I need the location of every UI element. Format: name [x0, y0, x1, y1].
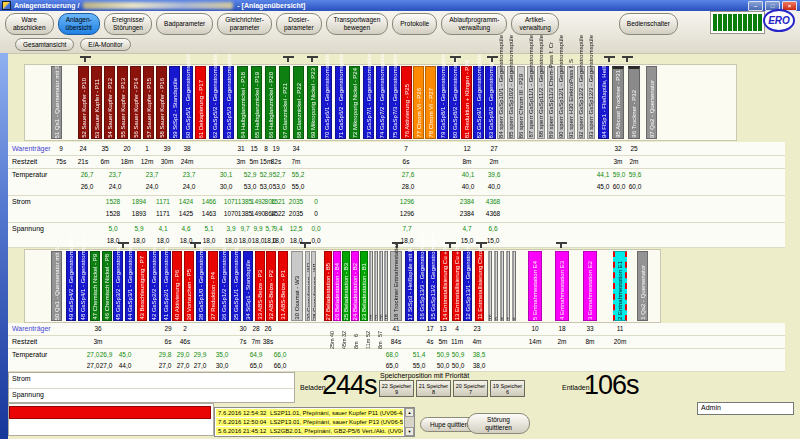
station-bar-75-gssp7-3-gegenstromspüle[interactable]: 75 GsSp7/3 - Gegenstromspüle: [389, 66, 400, 139]
station-bar-88-sperr-gssp11-2-gegenstromspüle[interactable]: 88 sperr GsSp11/2 - Gegenstromspüle: [537, 66, 545, 139]
log-scrollbar[interactable]: ▲ ▼: [404, 408, 414, 436]
scroll-down-icon[interactable]: ▼: [405, 427, 414, 436]
station-bar-14-entmetallisierung-cu-ni[interactable]: 14 Entmetallisierung Cu + Ni: [440, 251, 449, 321]
stoerung-quittieren-button[interactable]: Störung quittieren: [467, 413, 530, 434]
station-bar-77-chrom-vi-p26[interactable]: 77 Chrom VI - P26: [413, 66, 424, 139]
station-bar-44-gssp3-1-gegenstromspüle[interactable]: 44 GsSp3/1 - Gegenstromspüle: [125, 251, 135, 321]
station-bar-68-glanznickel-p22[interactable]: 68 Glanznickel - P22: [293, 66, 304, 139]
station-bar-22[interactable]: 22: [369, 251, 373, 321]
station-bar-38-gssp1-0-gegenstromspüle[interactable]: 38 GsSp1/0 - Gegenstromspüle: [196, 251, 206, 321]
station-bar-16-gssp13-3-gegenstromspüle[interactable]: 16 GsSp13/3 - Gegenstromspüle: [417, 251, 426, 321]
station-bar-41-gssp2-1-gegenstromspüle[interactable]: 41 GsSp2/1 - Gegenstromspüle: [161, 251, 171, 321]
station-bar-64-halbglanznickel-p18[interactable]: 64 Halbglanznickel - P18: [237, 66, 248, 139]
station-bar-54-sauer-kupfer-p12[interactable]: 54 Sauer Kupfer - P12: [104, 66, 115, 139]
station-bar-55-sauer-kupfer-p13[interactable]: 55 Sauer Kupfer - P13: [117, 66, 128, 139]
station-bar-61-dekapierung-p17[interactable]: 61 Dekapierung - P17: [195, 66, 206, 139]
station-bar-59-stsp2-standspüle[interactable]: 59 StSp2 - Standspüle: [169, 66, 180, 139]
station-bar-11-entmetallisierung-chrom[interactable]: 11 Entmetallisierung Chrom: [475, 251, 484, 321]
station-bar-37-reduktion-p4[interactable]: 37 Reduktion - P4: [208, 251, 218, 321]
toolbar-button-transportwagen-bewegen[interactable]: Transportwagen bewegen: [326, 13, 389, 35]
station-bar-89-sperr-gssp11-3-chem-pass-f-cr[interactable]: 89 sperr GsSp11/3 Chem-Pass f. Cr: [547, 66, 555, 139]
station-bar-86-sperr-chrom-iii-p29[interactable]: 86 sperr Chrom III - P29: [517, 66, 525, 139]
station-bar-85-sperr-gssp10-2-gegenstromspüle[interactable]: 85 sperr GsSp10/2 - Gegenstromspüle: [507, 66, 515, 139]
station-bar-42-gssp2-2-gegenstromspüle[interactable]: 42 GsSp2/2 - Gegenstromspüle: [149, 251, 159, 321]
station-bar-24-beladestation-b2[interactable]: 24 Beladestation - B2: [351, 251, 359, 321]
station-bar-56-sauer-kupfer-p14[interactable]: 56 Sauer Kupfer - P14: [130, 66, 141, 139]
station-bar-73-gssp7-1-gegenstromspüle[interactable]: 73 GsSp7/1 - Gegenstromspüle: [363, 66, 374, 139]
station-bar-80-gssp8-2-gegenstromspüle[interactable]: 80 GsSp8/2 - Gegenstromspüle: [449, 66, 460, 139]
station-bar-2-entnahmestation-e1[interactable]: 2 Entnahmestation E1: [613, 251, 627, 321]
station-bar-31-abs-beize-p1[interactable]: 31 ABS-Beize - P1: [278, 251, 288, 321]
station-bar-28-granulierung-w1[interactable]: 28 Granulierung - W1: [311, 251, 316, 321]
station-bar-62-gssp5-2-gegenstromspüle[interactable]: 62 GsSp5/2 - Gegenstromspüle: [209, 66, 220, 139]
subtoolbar-button-e-a-monitor[interactable]: E/A-Monitor: [80, 38, 130, 51]
station-bar-8[interactable]: 8: [500, 251, 504, 321]
station-bar-1-qs2-quersenator[interactable]: 1 Qs2 - Quersenator: [637, 251, 648, 321]
station-bar-90-sperr-gssp12-1-gegenstromspüle[interactable]: 90 sperr GsSp12/1 - Gegenstromspüle: [557, 66, 565, 139]
station-bar-47-chemisch-nickel-p9[interactable]: 47 Chemisch Nickel - P9: [90, 251, 100, 321]
toolbar-button-protokolle[interactable]: Protokolle: [392, 13, 437, 35]
log-entry[interactable]: 7.6.2016 12:50:04LS2P13.01, Přepínání, s…: [216, 418, 403, 426]
station-bar-32-abs-beize-p2[interactable]: 32 ABS-Beize - P2: [266, 251, 276, 321]
toolbar-button-artikel-verwaltung[interactable]: Artikel- verwaltung: [511, 13, 558, 35]
log-entry[interactable]: 5.6.2016 21:45:12LS2GB2.01, Přepínání, G…: [216, 427, 403, 435]
station-bar-65-halbglanznickel-p19[interactable]: 65 Halbglanznickel - P19: [251, 66, 262, 139]
station-bar-27-beladestation-b5[interactable]: 27 Beladestation - B5: [324, 251, 332, 321]
station-bar-82-gssp9-1-gegenstromspüle[interactable]: 82 GsSp9/1 - Gegenstromspüle: [473, 66, 484, 139]
toolbar-button-badparameter[interactable]: Badparameter: [156, 13, 213, 35]
scroll-up-icon[interactable]: ▲: [405, 408, 414, 417]
station-bar-93-sperr-gssp12-3-gegenstromspüle[interactable]: 93 sperr GsSp12/3 - Gegenstromspüle: [587, 66, 595, 139]
station-bar-34-stsp1-standspüle[interactable]: 34 StSp1 - Standspüle: [243, 251, 253, 321]
station-bar-70-gssp6-1-gegenstromspüle[interactable]: 70 GsSp6/1 - Gegenstromspüle: [321, 66, 332, 139]
station-bar-43-beschleunigung-p7[interactable]: 43 Beschleunigung - P7: [137, 251, 147, 321]
speicher-button-22-speicher-9[interactable]: 22 Speicher 9: [379, 380, 414, 397]
station-bar-36-gssp1-2-gegenstromspüle[interactable]: 36 GsSp1/2 - Gegenstromspüle: [219, 251, 229, 321]
station-bar-29-granulierung-w2[interactable]: 29 Granulierung - W2: [305, 251, 310, 321]
station-bar-97-qs2-quersenator[interactable]: 97 Qs2 - Quersenator: [646, 66, 657, 139]
minimize-button[interactable]: –: [748, 1, 763, 11]
station-bar-91-sperr-h30-elektropass-f-s[interactable]: 91 sperr H30 ElektroPass f. S: [567, 66, 575, 139]
station-bar-60-gssp5-1-gegenstromspüle[interactable]: 60 GsSp5/1 - Gegenstromspüle: [182, 66, 193, 139]
station-bar-57-sauer-kupfer-p15[interactable]: 57 Sauer Kupfer - P15: [143, 66, 154, 139]
station-bar-26-beladestation-b4[interactable]: 26 Beladestation - B4: [333, 251, 341, 321]
station-bar-94-flsp1-fließspüle-heiß[interactable]: 94 FlSp1 - Fließspüle, Heiß: [598, 66, 609, 139]
station-bar-46-chemisch-nickel-p8[interactable]: 46 Chemisch Nickel - P8: [102, 251, 112, 321]
station-bar-13-entmetallisierung-cu-ni[interactable]: 13 Entmetallisierung Cu + Ni: [452, 251, 461, 321]
station-bar-9[interactable]: 9: [494, 251, 498, 321]
station-bar-20[interactable]: 20: [379, 251, 383, 321]
station-bar-17-stsp3-heißspüle-mit-k[interactable]: 17 StSp3 - Heißspüle mit K: [405, 251, 414, 321]
station-bar-87-sperr-gssp11-1-gegenstromspüle[interactable]: 87 sperr GsSp11/1 - Gegenstromspüle: [527, 66, 535, 139]
station-bar-6[interactable]: 6: [512, 251, 516, 321]
station-bar-45-gssp3-2-gegenstromspüle[interactable]: 45 GsSp3/2 - Gegenstromspüle: [113, 251, 123, 321]
toolbar-button-ereignisse-störungen[interactable]: Ereignisse/ Störungen: [104, 13, 152, 35]
speicher-button-21-speicher-8[interactable]: 21 Speicher 8: [416, 380, 451, 397]
station-bar-21[interactable]: 21: [374, 251, 378, 321]
station-bar-10[interactable]: 10: [488, 251, 492, 321]
station-bar-66-halbglanznickel-p20[interactable]: 66 Halbglanznickel - P20: [265, 66, 276, 139]
speicher-button-19-speicher-6[interactable]: 19 Speicher 6: [490, 380, 525, 397]
station-bar-5-entnahmestation-e4[interactable]: 5 Entnahmestation E4: [528, 251, 542, 321]
station-bar-18-trockner-entnahmestation[interactable]: 18 Trockner Entnahmestation: [390, 251, 402, 321]
toolbar-button-anlagen-übersicht[interactable]: Anlagen- übersicht: [58, 13, 100, 35]
station-bar-67-glanznickel-p21[interactable]: 67 Glanznickel - P21: [279, 66, 290, 139]
toolbar-button-ware-abschicken[interactable]: Ware abschicken: [5, 13, 54, 35]
station-bar-92-sperr-gssp12-2-gegenstromspüle[interactable]: 92 sperr GsSp12/2 - Gegenstromspüle: [577, 66, 585, 139]
station-bar-23-beladestation-b1[interactable]: 23 Beladestation - B1: [360, 251, 368, 321]
station-bar-71-gssp6-2-gegenstromspüle[interactable]: 71 GsSp6/2 - Gegenstromspüle: [335, 66, 346, 139]
station-bar-96-trockner-p32[interactable]: 96 Trockner - P32: [628, 66, 640, 139]
station-bar-30-oxamat-w3[interactable]: 30 Oxamat - W3: [291, 251, 303, 321]
station-bar-78-chrom-vi-p27[interactable]: 78 Chrom VI - P27: [425, 66, 436, 139]
station-bar-50-qs1-quersenator-mit-s[interactable]: 50 Qs1 - Quersenator mit S: [51, 251, 62, 321]
station-bar-15-gssp13-2-gegenstromspüle[interactable]: 15 GsSp13/2 - Gegenstromspüle: [428, 251, 437, 321]
toolbar-button-dosier-parameter[interactable]: Dosier- parameter: [276, 13, 322, 35]
station-bar-95-abcoat-trockner-p31[interactable]: 95 Abcoat Trockner - P31: [612, 66, 624, 139]
toolbar-button-ablaufprogramm-verwaltung[interactable]: Ablaufprogramm- verwaltung: [441, 13, 507, 35]
station-bar-39-vortauchen-p5[interactable]: 39 Vortauchen - P5: [184, 251, 194, 321]
station-bar-79-gssp8-1-gegenstromspüle[interactable]: 79 GsSp8/1 - Gegenstromspüle: [437, 66, 448, 139]
station-bar-51-qs1-quersenator-mit-s[interactable]: 51 Qs1 - Quersenator mit S: [51, 66, 62, 139]
station-bar-83-gssp9-2-gegenstromspüle[interactable]: 83 GsSp9/2 - Gegenstromspüle: [485, 66, 496, 139]
station-bar-72-mikroporig-nickel-p24[interactable]: 72 Mikroporig Nickel - P24: [349, 66, 360, 139]
station-bar-69-mikroporig-nickel-p23[interactable]: 69 Mikroporig Nickel - P23: [307, 66, 318, 139]
station-bar-19[interactable]: 19: [384, 251, 388, 321]
station-bar-25-beladestation-b3[interactable]: 25 Beladestation - B3: [342, 251, 350, 321]
